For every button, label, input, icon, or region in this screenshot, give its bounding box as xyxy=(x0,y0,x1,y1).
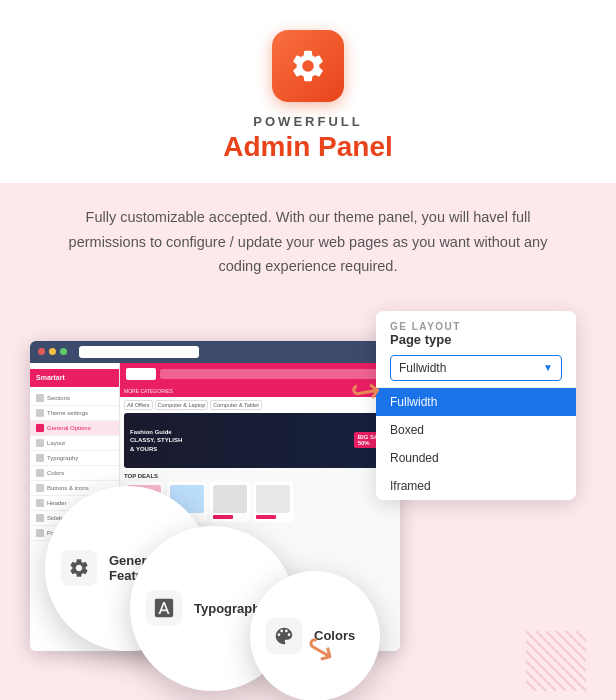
tab-icon-9 xyxy=(36,529,44,537)
dropdown-option-iframed[interactable]: Iframed xyxy=(376,472,576,500)
typography-icon xyxy=(153,597,175,619)
sidebar-tab-general: General Options xyxy=(30,421,119,436)
dropdown-option-fullwidth[interactable]: Fullwidth xyxy=(376,388,576,416)
general-gear-icon xyxy=(68,557,90,579)
tab-icon-7 xyxy=(36,499,44,507)
tab-icon-8 xyxy=(36,514,44,522)
sidebar-tab-layout: Layout xyxy=(30,436,119,451)
diagonal-lines-decoration xyxy=(526,631,586,691)
gear-icon xyxy=(289,47,327,85)
tab-icon-4 xyxy=(36,454,44,462)
product-price-3 xyxy=(213,515,233,519)
product-card-3 xyxy=(210,482,250,522)
header-icon xyxy=(272,30,344,102)
svg-line-10 xyxy=(526,681,536,691)
svg-line-3 xyxy=(546,631,586,671)
page-layout-panel: GE LAYOUT Page type Fullwidth ▼ Fullwidt… xyxy=(376,311,576,500)
dropdown-option-rounded[interactable]: Rounded xyxy=(376,444,576,472)
banner-text: Fashion GuideCLASSY, STYLISH& YOURS xyxy=(130,428,182,453)
sidebar-tab-sections: Sections xyxy=(30,391,119,406)
header-section: POWERFULL Admin Panel xyxy=(0,0,616,183)
main-content: ↪ GE LAYOUT Page type Fullwidth ▼ Fullwi… xyxy=(0,301,616,700)
cat-item-3: Computer & Tablet xyxy=(210,400,261,410)
gear-icon-box xyxy=(61,550,97,586)
colors-palette-icon xyxy=(273,625,295,647)
palette-icon-box xyxy=(266,618,302,654)
nav-label: MORE CATEGORIES xyxy=(124,388,173,394)
header-subtitle: POWERFULL xyxy=(253,114,362,129)
top-deals-label: TOP DEALS xyxy=(120,471,400,480)
product-card-4 xyxy=(253,482,293,522)
font-icon-box xyxy=(146,590,182,626)
tab-icon-2 xyxy=(36,409,44,417)
section-label: GE LAYOUT xyxy=(390,321,562,332)
sidebar-tab-colors: Colors xyxy=(30,466,119,481)
mockup-container: ↪ GE LAYOUT Page type Fullwidth ▼ Fullwi… xyxy=(30,311,586,691)
svg-line-0 xyxy=(576,631,586,641)
cat-item: All Offers xyxy=(124,400,153,410)
tab-icon xyxy=(36,394,44,402)
tab-icon-active xyxy=(36,424,44,432)
page-type-select[interactable]: Fullwidth ▼ xyxy=(390,355,562,381)
dot-green xyxy=(60,348,67,355)
description-band: Fully customizable accepted. With our th… xyxy=(0,183,616,301)
dot-red xyxy=(38,348,45,355)
dropdown-list: Fullwidth Boxed Rounded Iframed xyxy=(376,388,576,500)
svg-line-6 xyxy=(526,641,576,691)
select-value: Fullwidth xyxy=(399,361,446,375)
banner-mock: Fashion GuideCLASSY, STYLISH& YOURS BIG … xyxy=(124,413,396,468)
store-logo xyxy=(126,368,156,380)
sidebar-header: Smartart xyxy=(30,369,119,387)
tab-icon-5 xyxy=(36,469,44,477)
svg-line-1 xyxy=(566,631,586,651)
mockup-bar xyxy=(30,341,400,363)
page-type-label: Page type xyxy=(390,332,562,347)
tab-icon-3 xyxy=(36,439,44,447)
chevron-down-icon: ▼ xyxy=(543,362,553,373)
tab-icon-6 xyxy=(36,484,44,492)
sidebar-brand: Smartart xyxy=(36,374,65,381)
header-title: Admin Panel xyxy=(223,131,393,163)
dropdown-option-boxed[interactable]: Boxed xyxy=(376,416,576,444)
cat-item-2: Computer & Laptop xyxy=(155,400,209,410)
svg-line-4 xyxy=(536,631,586,681)
sidebar-tab-typography: Typography xyxy=(30,451,119,466)
description-text: Fully customizable accepted. With our th… xyxy=(60,205,556,279)
product-img-3 xyxy=(213,485,247,513)
product-img-4 xyxy=(256,485,290,513)
sidebar-tab-theme: Theme settings xyxy=(30,406,119,421)
banner-title: Fashion GuideCLASSY, STYLISH& YOURS xyxy=(130,428,182,453)
address-bar xyxy=(79,346,199,358)
svg-line-7 xyxy=(526,651,566,691)
svg-line-9 xyxy=(526,671,546,691)
dot-yellow xyxy=(49,348,56,355)
product-price-4 xyxy=(256,515,276,519)
page-layout-header: GE LAYOUT Page type Fullwidth ▼ xyxy=(376,311,576,388)
